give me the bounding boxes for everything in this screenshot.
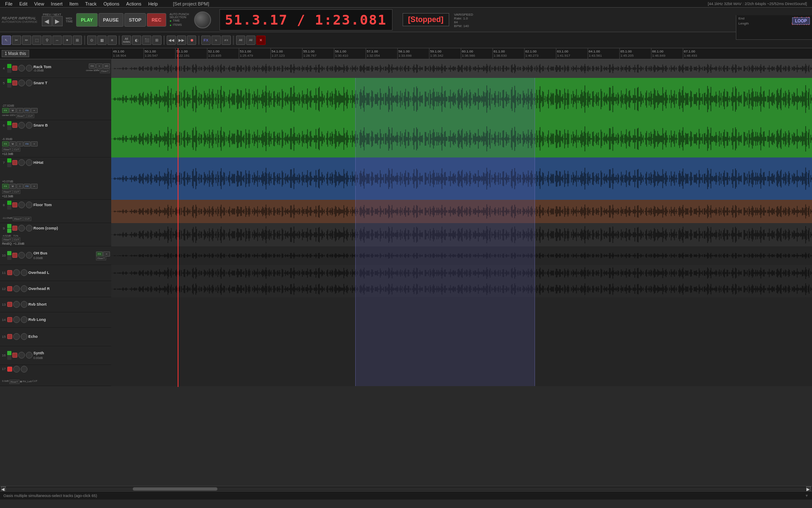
track-5-m[interactable]: M — [9, 108, 16, 113]
stop-button[interactable]: STOP — [124, 13, 146, 27]
tool-snap[interactable]: ⊙ — [87, 36, 96, 45]
menu-options[interactable]: Options — [100, 1, 123, 6]
track-5-mute[interactable] — [18, 80, 25, 86]
track-6-waveform[interactable] — [111, 120, 812, 157]
tool-stretch[interactable]: ↔ — [52, 36, 62, 45]
track-14-waveform[interactable] — [111, 312, 812, 328]
track-4-io[interactable]: I/O — [103, 64, 110, 69]
track-8-arm[interactable] — [12, 202, 17, 207]
pause-button[interactable]: PAUSE — [99, 13, 123, 27]
track-10-arm[interactable] — [12, 253, 17, 258]
track-8-cut[interactable]: CUT — [23, 217, 31, 221]
tool-erase[interactable]: ⬚ — [32, 36, 41, 45]
track-10-insert[interactable]: INserT — [96, 256, 106, 260]
track-17-solo[interactable] — [21, 366, 27, 373]
tool-grid[interactable]: ▦ — [97, 36, 107, 45]
track-9-insert[interactable]: INserT — [2, 237, 12, 242]
track-13-mute[interactable] — [13, 301, 20, 308]
track-15-arm[interactable] — [7, 334, 12, 339]
track-11-waveform[interactable] — [111, 265, 812, 281]
track-16-waveform[interactable] — [111, 346, 812, 365]
tool-all-2[interactable]: All — [246, 36, 255, 45]
track-11-arm[interactable] — [7, 270, 12, 275]
track-6-io2[interactable]: FX — [24, 141, 30, 146]
track-17-mute[interactable] — [13, 366, 20, 373]
track-10-waveform[interactable] — [111, 246, 812, 265]
track-9-cut[interactable]: CUT — [13, 237, 20, 242]
track-12-waveform[interactable] — [111, 281, 812, 297]
track-5-waveform[interactable] — [111, 78, 812, 120]
track-8-waveform[interactable] — [111, 200, 812, 223]
track-12-solo[interactable] — [21, 285, 27, 292]
track-17-waveform[interactable] — [111, 365, 812, 386]
track-6-cut[interactable]: CUT — [13, 147, 20, 152]
tool-record[interactable]: ⏺ — [187, 36, 196, 45]
track-14-solo[interactable] — [21, 316, 27, 323]
track-7-solo[interactable] — [26, 159, 33, 166]
track-5-arm[interactable] — [12, 80, 17, 86]
scroll-left-btn[interactable]: ◀ — [1, 486, 6, 491]
tool-select[interactable]: ↖ — [2, 36, 11, 45]
horizontal-scrollbar[interactable]: ◀ ▶ — [0, 486, 812, 491]
track-16-mute[interactable] — [18, 352, 25, 359]
tool-prev[interactable]: ◀◀ — [167, 36, 176, 45]
track-11-mute[interactable] — [13, 269, 20, 276]
tool-lasso[interactable]: ◐ — [132, 36, 141, 45]
track-15-waveform[interactable] — [111, 328, 812, 346]
track-8-insert[interactable]: INserT — [13, 217, 23, 221]
tool-item-fx[interactable]: iFX — [222, 36, 231, 45]
track-17-insert[interactable]: INserT — [9, 380, 19, 384]
scroll-thumb[interactable] — [133, 487, 217, 491]
track-15-solo[interactable] — [21, 333, 27, 340]
tool-box[interactable]: ⬛ — [142, 36, 151, 45]
track-10-fx[interactable]: FX — [96, 251, 103, 257]
tool-zoom[interactable]: ⚲ — [42, 36, 52, 45]
track-4-solo[interactable] — [26, 65, 33, 72]
track-6-insert[interactable]: INserT — [2, 147, 12, 152]
play-button[interactable]: PLAY — [76, 13, 97, 27]
track-5-solo[interactable] — [26, 80, 33, 86]
track-6-env[interactable]: ≈ — [31, 141, 38, 146]
scroll-track[interactable] — [6, 487, 806, 491]
track-7-mute[interactable] — [18, 159, 25, 166]
track-10-mute[interactable] — [18, 252, 25, 259]
track-4-mute[interactable] — [18, 65, 25, 72]
loop-button[interactable]: LOOP — [792, 17, 810, 25]
track-5-fx[interactable]: FX — [2, 108, 9, 113]
tool-red[interactable]: ✕ — [256, 36, 266, 45]
track-8-mute[interactable] — [18, 202, 25, 208]
menu-edit[interactable]: Edit — [16, 1, 31, 6]
track-5-env[interactable]: ≈ — [31, 108, 38, 113]
track-4-env[interactable]: ≈ — [96, 64, 103, 69]
track-10-env[interactable]: ≈ — [103, 251, 110, 257]
track-13-solo[interactable] — [21, 301, 27, 308]
track-14-mute[interactable] — [13, 316, 20, 323]
track-6-i[interactable]: I — [16, 141, 23, 146]
menu-actions[interactable]: Actions — [123, 1, 145, 6]
menu-insert[interactable]: Insert — [47, 1, 66, 6]
track-7-i[interactable]: I — [16, 184, 23, 189]
track-7-io2[interactable]: FX — [24, 184, 30, 189]
prev-button[interactable]: ◀ — [42, 16, 52, 26]
tool-multi[interactable]: ✦ — [63, 36, 72, 45]
tool-fwd[interactable]: ▶▶ — [177, 36, 186, 45]
track-7-m[interactable]: M — [9, 184, 16, 189]
track-8-solo[interactable] — [26, 202, 33, 208]
track-4-arm[interactable] — [12, 66, 17, 71]
track-6-arm[interactable] — [12, 123, 17, 128]
track-7-cut[interactable]: CUT — [13, 190, 20, 194]
track-6-fx[interactable]: FX — [2, 141, 9, 146]
track-4-waveform[interactable] — [111, 59, 812, 78]
master-volume-knob[interactable] — [194, 11, 211, 28]
track-5-insert[interactable]: INserT — [16, 114, 26, 118]
track-9-mute[interactable] — [18, 225, 25, 232]
track-17-arm[interactable] — [7, 367, 12, 372]
track-15-mute[interactable] — [13, 333, 20, 340]
track-5-i[interactable]: I — [16, 108, 23, 113]
tool-ripple[interactable]: ≡ — [107, 36, 117, 45]
tool-cut[interactable]: ✂ — [12, 36, 21, 45]
menu-item[interactable]: Item — [66, 1, 82, 6]
track-7-waveform[interactable] — [111, 157, 812, 200]
track-5-io2[interactable]: FX — [24, 108, 30, 113]
tool-all-notes[interactable]: Allnotes — [122, 36, 131, 45]
